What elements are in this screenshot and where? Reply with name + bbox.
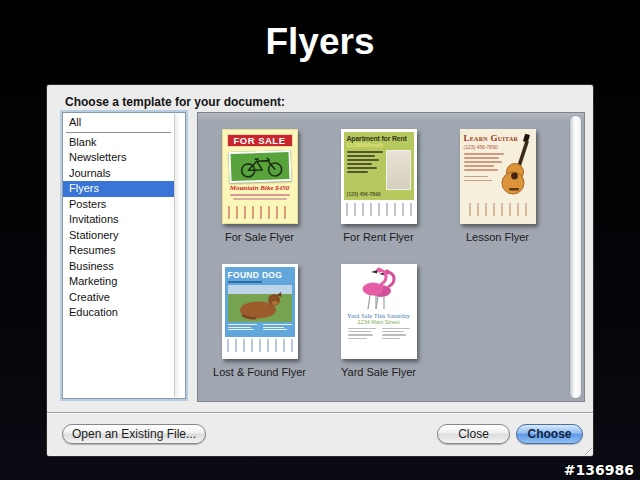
category-item-flyers[interactable]: Flyers xyxy=(63,181,174,197)
category-item-resumes[interactable]: Resumes xyxy=(63,243,174,259)
for-rent-price: $1200/Month xyxy=(347,142,411,148)
category-item-all[interactable]: All xyxy=(63,115,174,131)
text-lines xyxy=(347,150,383,191)
dialog-prompt: Choose a template for your document: xyxy=(65,95,285,109)
category-list-scrollbar[interactable] xyxy=(174,114,184,397)
yard-sale-headline: Yard Sale This Saturday xyxy=(347,312,410,319)
bicycle-icon xyxy=(230,152,291,180)
template-label: For Rent Flyer xyxy=(343,231,413,243)
flamingo-icon xyxy=(350,267,408,311)
text-lines xyxy=(228,281,262,283)
bicycle-photo xyxy=(228,150,291,183)
category-item-creative[interactable]: Creative xyxy=(63,290,174,306)
tear-off-tabs xyxy=(227,339,293,352)
text-lines xyxy=(464,153,504,184)
yard-sale-address: 1234 Main Street xyxy=(358,319,400,325)
template-item-for-sale[interactable]: FOR SALE Mountain Bike $450 xyxy=(200,129,319,243)
dog-photo-icon xyxy=(228,285,292,322)
category-item-invitations[interactable]: Invitations xyxy=(63,212,174,228)
template-label: For Sale Flyer xyxy=(225,231,294,243)
text-lines xyxy=(228,324,292,332)
category-item-journals[interactable]: Journals xyxy=(63,166,174,182)
category-item-business[interactable]: Business xyxy=(63,259,174,275)
template-thumbnail-yard-sale[interactable]: Yard Sale This Saturday 1234 Main Street xyxy=(341,264,417,359)
found-dog-body: FOUND DOG xyxy=(225,267,295,337)
page-title: Flyers xyxy=(0,21,640,63)
template-grid-scrollbar[interactable] xyxy=(569,115,582,399)
template-thumbnail-lost-found[interactable]: FOUND DOG xyxy=(222,264,298,359)
template-thumbnail-for-rent[interactable]: Apartment for Rent $1200/Month (123) 456… xyxy=(341,129,417,224)
category-item-stationery[interactable]: Stationery xyxy=(63,228,174,244)
resize-grip[interactable] xyxy=(579,442,592,455)
choose-button[interactable]: Choose xyxy=(516,424,583,444)
category-item-blank[interactable]: Blank xyxy=(63,135,174,151)
template-item-for-rent[interactable]: Apartment for Rent $1200/Month (123) 456… xyxy=(319,129,438,243)
category-item-marketing[interactable]: Marketing xyxy=(63,274,174,290)
template-thumbnail-lesson[interactable]: Learn Guitar (123) 456-7890 xyxy=(460,129,536,224)
for-sale-tagline: Mountain Bike $450 xyxy=(223,184,297,192)
for-rent-body: Apartment for Rent $1200/Month (123) 456… xyxy=(344,132,414,200)
template-label: Yard Sale Flyer xyxy=(341,366,416,378)
close-button[interactable]: Close xyxy=(437,424,510,444)
apartment-photo xyxy=(386,150,411,190)
slide-background: Flyers Choose a template for your docume… xyxy=(0,0,640,480)
template-chooser-dialog: Choose a template for your document: All… xyxy=(47,85,593,456)
list-separator xyxy=(66,132,171,133)
category-item-posters[interactable]: Posters xyxy=(63,197,174,213)
template-item-lesson[interactable]: Learn Guitar (123) 456-7890 xyxy=(438,129,557,243)
tear-off-tabs xyxy=(346,203,412,216)
button-bar-separator xyxy=(47,412,593,413)
text-lines xyxy=(233,198,287,200)
category-list: All Blank Newsletters Journals Flyers Po… xyxy=(62,112,186,399)
template-grid: FOR SALE Mountain Bike $450 xyxy=(197,112,585,402)
for-sale-headline: FOR SALE xyxy=(227,134,293,147)
tear-off-tabs xyxy=(228,206,292,219)
template-item-yard-sale[interactable]: Yard Sale This Saturday 1234 Main Street… xyxy=(319,264,438,378)
guitar-icon xyxy=(501,133,535,205)
for-rent-headline: Apartment for Rent xyxy=(347,135,411,142)
text-lines xyxy=(230,194,290,196)
template-label: Lesson Flyer xyxy=(466,231,529,243)
for-rent-phone: (123) 456-7890 xyxy=(347,191,411,197)
template-label: Lost & Found Flyer xyxy=(213,366,306,378)
template-thumbnail-for-sale[interactable]: FOR SALE Mountain Bike $450 xyxy=(222,129,298,224)
found-dog-headline: FOUND DOG xyxy=(228,270,292,280)
text-lines xyxy=(348,328,410,341)
template-item-lost-found[interactable]: FOUND DOG xyxy=(200,264,319,378)
tear-off-tabs xyxy=(469,203,527,216)
watermark: #136986 xyxy=(564,462,634,478)
category-item-newsletters[interactable]: Newsletters xyxy=(63,150,174,166)
category-item-education[interactable]: Education xyxy=(63,305,174,321)
open-existing-file-button[interactable]: Open an Existing File... xyxy=(62,424,206,444)
